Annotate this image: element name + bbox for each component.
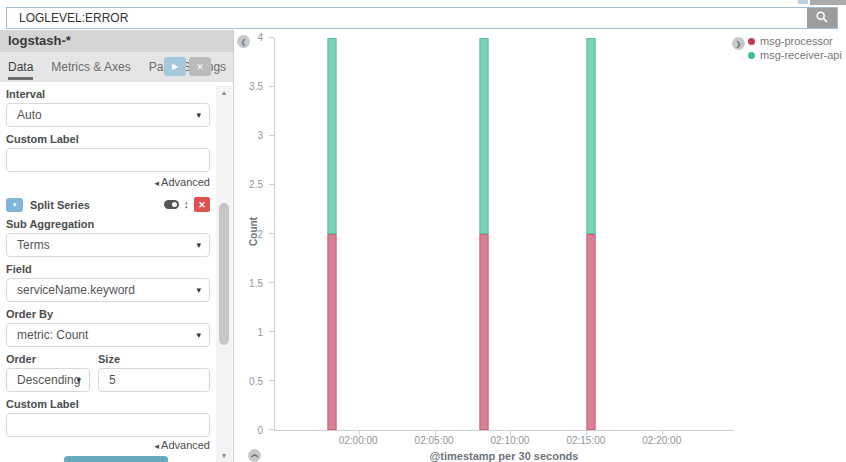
order-value: Descending	[17, 373, 80, 387]
split-series-label: Split Series	[30, 199, 164, 211]
sub-aggregation-value: Terms	[17, 238, 50, 252]
query-bar	[0, 0, 846, 30]
remove-x-icon: ✕	[198, 200, 206, 210]
bar[interactable]	[586, 38, 595, 430]
y-tick-label: 1	[257, 328, 263, 338]
y-tick-mark	[269, 331, 274, 332]
order-select[interactable]: Descending ▾	[6, 368, 90, 392]
visualization-panel: ❮ ❮ ❯ 00.511.522.533.54 Count 02:00:0002…	[235, 30, 846, 462]
sidebar-tabs: Data Metrics & Axes Panel Settings ▶ ✕	[0, 52, 233, 82]
sub-aggregation-select[interactable]: Terms ▾	[6, 233, 210, 257]
bar-segment[interactable]	[328, 38, 337, 234]
y-tick-mark	[269, 429, 274, 430]
custom-label2-input[interactable]	[17, 418, 199, 432]
discard-changes-button[interactable]: ✕	[189, 57, 211, 76]
bar[interactable]	[328, 38, 337, 430]
y-tick-label: 3	[257, 131, 263, 141]
y-tick-mark	[269, 184, 274, 185]
x-tick-label: 02:15:00	[566, 435, 605, 446]
y-tick-label: 2.5	[249, 180, 263, 190]
vis-editor-sidebar: logstash-* Data Metrics & Axes Panel Set…	[0, 30, 234, 462]
select-caret-icon: ▾	[196, 110, 201, 120]
bar[interactable]	[479, 38, 488, 430]
y-tick-label: 0	[257, 426, 263, 436]
y-tick-label: 0.5	[249, 377, 263, 387]
close-icon: ✕	[196, 62, 204, 72]
collapse-timepicker-button[interactable]: ❮	[248, 449, 261, 462]
y-tick-mark	[269, 86, 274, 87]
sidebar-scrollbar[interactable]: ▲ ▼	[216, 86, 232, 462]
query-input-wrap	[6, 7, 838, 29]
scroll-down-button[interactable]: ▼	[216, 449, 232, 462]
bar-segment[interactable]	[586, 38, 595, 234]
y-tick-mark	[269, 135, 274, 136]
y-tick-label: 4	[257, 33, 263, 43]
legend-item[interactable]: msg-processor	[748, 34, 842, 48]
x-tick-label: 02:20:00	[642, 435, 681, 446]
size-input[interactable]	[109, 373, 199, 387]
order-by-value: metric: Count	[17, 328, 88, 342]
sub-aggregation-label: Sub Aggregation	[6, 219, 210, 230]
custom-label-input[interactable]	[17, 153, 199, 167]
custom-label-label: Custom Label	[6, 134, 210, 145]
select-caret-icon: ▾	[196, 330, 201, 340]
y-tick-mark	[269, 380, 274, 381]
tab-metrics-axes[interactable]: Metrics & Axes	[51, 52, 130, 82]
bar-segment[interactable]	[586, 234, 595, 430]
advanced-link-2[interactable]: ◂Advanced	[6, 439, 210, 452]
advanced-arrow-icon: ◂	[155, 178, 160, 188]
custom-label-field-wrap	[6, 148, 210, 172]
collapse-caret-button[interactable]: ▾	[6, 198, 23, 212]
split-series-section-header: ▾ Split Series ↕ ✕	[6, 197, 210, 212]
legend-label: msg-processor	[760, 35, 833, 47]
advanced-link-2-label: Advanced	[161, 439, 210, 451]
order-by-select[interactable]: metric: Count ▾	[6, 323, 210, 347]
select-caret-icon: ▾	[76, 375, 81, 385]
x-axis-title: @timestamp per 30 seconds	[274, 450, 734, 462]
add-sub-buckets-button[interactable]: Add sub-buckets	[64, 456, 168, 462]
move-bucket-icon[interactable]: ↕	[184, 199, 190, 210]
legend-item[interactable]: msg-receiver-api	[748, 48, 842, 62]
advanced-link[interactable]: ◂Advanced	[6, 176, 210, 189]
y-tick-mark	[269, 282, 274, 283]
size-label: Size	[98, 354, 210, 365]
bar-segment[interactable]	[328, 234, 337, 430]
advanced-arrow-icon: ◂	[155, 441, 160, 451]
y-tick-label: 1.5	[249, 279, 263, 289]
toggle-bucket-icon[interactable]	[164, 200, 179, 209]
cropped-toolbar-fragment	[810, 0, 846, 5]
bar-segment[interactable]	[479, 38, 488, 234]
y-tick-mark	[269, 37, 274, 38]
custom-label2-field-wrap	[6, 413, 210, 437]
y-axis-title: Count	[248, 217, 259, 246]
legend-dot	[748, 38, 755, 45]
toggle-dot	[172, 202, 177, 207]
apply-changes-button[interactable]: ▶	[164, 57, 186, 76]
interval-select[interactable]: Auto ▾	[6, 103, 210, 127]
caret-down-icon: ▾	[13, 201, 17, 209]
interval-label: Interval	[6, 89, 210, 100]
scrollbar-thumb[interactable]	[219, 203, 229, 345]
bar-segment[interactable]	[479, 234, 488, 430]
custom-label2-label: Custom Label	[6, 399, 210, 410]
field-label: Field	[6, 264, 210, 275]
remove-bucket-button[interactable]: ✕	[194, 197, 210, 212]
order-size-labels: Order Size	[6, 347, 210, 368]
tab-data[interactable]: Data	[8, 52, 33, 82]
x-tick-label: 02:05:00	[415, 435, 454, 446]
split-series-controls: ↕ ✕	[164, 197, 211, 212]
query-input[interactable]	[7, 8, 837, 28]
search-button[interactable]	[807, 8, 837, 28]
editor-actions: ▶ ✕	[164, 57, 211, 76]
field-select[interactable]: serviceName.keyword ▾	[6, 278, 210, 302]
index-pattern-title: logstash-*	[0, 30, 233, 52]
select-caret-icon: ▾	[196, 240, 201, 250]
chevron-right-icon: ❯	[736, 40, 742, 48]
cropped-toolbar-fragment	[798, 0, 808, 4]
legend-dot	[748, 52, 755, 59]
chevron-up-icon: ❮	[251, 453, 259, 459]
scroll-up-button[interactable]: ▲	[216, 86, 232, 99]
field-value: serviceName.keyword	[17, 283, 135, 297]
legend: msg-processormsg-receiver-api	[748, 34, 842, 62]
advanced-link-label: Advanced	[161, 176, 210, 188]
